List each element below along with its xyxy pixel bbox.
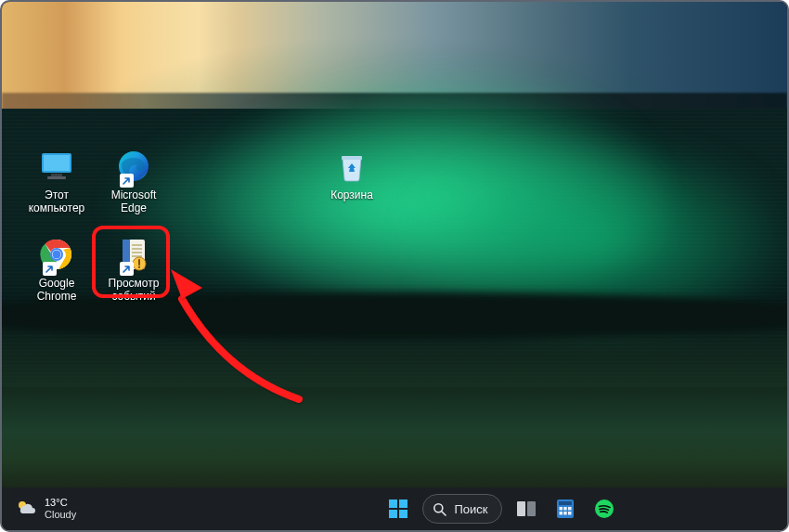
- task-view-icon: [516, 500, 537, 517]
- wallpaper-shoreline: [2, 302, 787, 487]
- monitor-icon: [38, 148, 75, 185]
- svg-rect-12: [132, 248, 142, 250]
- svg-point-8: [53, 251, 61, 259]
- svg-rect-29: [563, 507, 567, 511]
- svg-rect-30: [568, 507, 572, 511]
- taskbar-app-spotify[interactable]: [589, 494, 619, 524]
- desktop-icon-edge[interactable]: Microsoft Edge: [99, 148, 168, 214]
- svg-rect-28: [559, 507, 563, 511]
- taskbar-app-calculator[interactable]: [550, 494, 580, 524]
- desktop-icon-label: Этот компьютер: [22, 188, 91, 214]
- taskbar: 13°C Cloudy Поиск: [2, 487, 787, 530]
- search-placeholder: Поиск: [454, 502, 487, 516]
- svg-line-23: [442, 512, 446, 515]
- svg-rect-21: [399, 510, 407, 518]
- weather-temperature: 13°C: [45, 497, 76, 509]
- svg-rect-18: [389, 500, 397, 508]
- svg-rect-3: [47, 176, 66, 179]
- wallpaper-sky: [2, 2, 787, 113]
- svg-rect-11: [132, 244, 142, 246]
- shortcut-arrow-icon: [43, 262, 57, 276]
- desktop-icon-event-viewer[interactable]: Просмотр событий: [99, 236, 168, 303]
- shortcut-arrow-icon: [120, 174, 134, 188]
- svg-rect-1: [44, 155, 70, 171]
- taskbar-search-box[interactable]: Поиск: [422, 494, 501, 524]
- desktop-icon-chrome[interactable]: Google Chrome: [22, 236, 91, 303]
- svg-rect-32: [563, 512, 567, 515]
- recycle-bin-icon: [333, 148, 370, 185]
- calculator-icon: [555, 499, 576, 519]
- spotify-icon: [594, 499, 614, 519]
- svg-rect-24: [517, 501, 525, 516]
- svg-rect-13: [132, 252, 142, 253]
- windows-logo-icon: [388, 499, 408, 519]
- svg-rect-2: [51, 174, 62, 176]
- start-button[interactable]: [383, 494, 413, 524]
- weather-icon: [15, 496, 37, 522]
- taskbar-app-taskview[interactable]: [511, 494, 541, 524]
- taskbar-center-tray: Поиск: [2, 487, 787, 530]
- svg-rect-27: [559, 501, 572, 505]
- desktop-screen: Этот компьютер Microsoft Edge: [0, 0, 789, 532]
- weather-condition: Cloudy: [45, 509, 76, 521]
- desktop-icon-recycle-bin[interactable]: Корзина: [317, 148, 386, 201]
- desktop-icon-label: Google Chrome: [22, 277, 91, 303]
- taskbar-weather-widget[interactable]: 13°C Cloudy: [15, 496, 76, 522]
- svg-rect-31: [559, 512, 563, 515]
- search-icon: [433, 502, 446, 516]
- svg-rect-19: [399, 500, 407, 508]
- svg-rect-20: [389, 510, 397, 518]
- desktop-icon-this-pc[interactable]: Этот компьютер: [22, 148, 91, 214]
- shortcut-arrow-icon: [120, 262, 134, 276]
- svg-rect-16: [342, 156, 362, 160]
- svg-rect-33: [568, 512, 572, 515]
- desktop-icon-label: Microsoft Edge: [99, 188, 168, 214]
- desktop-icon-label: Просмотр событий: [99, 277, 168, 303]
- svg-rect-25: [527, 501, 536, 516]
- desktop-icon-label: Корзина: [317, 188, 386, 201]
